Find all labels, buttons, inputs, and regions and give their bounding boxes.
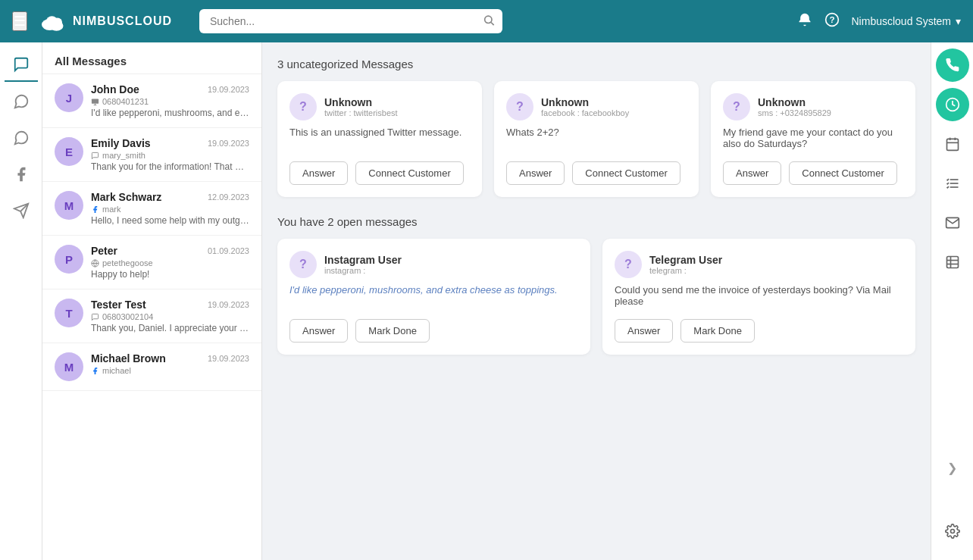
conv-content: Michael Brown 19.09.2023 michael: [91, 352, 249, 377]
calendar-icon[interactable]: [936, 127, 969, 161]
sidebar-item-telegram[interactable]: [5, 194, 38, 227]
conv-content: Emily Davis 19.09.2023 mary_smith Thank …: [91, 137, 249, 172]
uncategorized-cards-row: ? Unknown twitter : twitterisbest This i…: [277, 81, 915, 197]
conv-name: Emily Davis: [91, 137, 151, 149]
sidebar-item-comments[interactable]: [5, 85, 38, 118]
timer-button[interactable]: [936, 88, 969, 121]
open-message-card: ? Telegram User telegram : Could you sen…: [602, 239, 915, 355]
conv-preview: Hello, I need some help with my outgoing…: [91, 215, 249, 226]
uncategorized-title: 3 uncategorized Messages: [277, 58, 915, 70]
card-user-info: Unknown sms : +0324895829: [758, 96, 831, 117]
uncategorized-card: ? Unknown sms : +0324895829 My friend ga…: [711, 81, 915, 197]
conversations-panel: All Messages J John Doe 19.09.2023 06804…: [42, 42, 262, 560]
expand-icon[interactable]: ❯: [943, 451, 962, 484]
conv-channel: mark: [91, 205, 249, 214]
conv-channel: mary_smith: [91, 151, 249, 160]
card-channel: facebook : facebookboy: [541, 108, 629, 117]
card-user-info: Instagram User instagram :: [324, 254, 402, 275]
user-menu[interactable]: Nimbuscloud System ▾: [852, 15, 962, 27]
phone-button[interactable]: [936, 48, 969, 82]
answer-button[interactable]: Answer: [723, 161, 781, 185]
conv-preview: I'd like pepperoni, mushrooms, and extra…: [91, 108, 249, 118]
card-name: Unknown: [541, 96, 629, 108]
mail-icon[interactable]: [936, 206, 969, 239]
card-message: My friend gave me your contact do you al…: [723, 127, 903, 151]
card-channel: telegram :: [649, 266, 722, 275]
conv-content: John Doe 19.09.2023 0680401231 I'd like …: [91, 83, 249, 118]
card-user-info: Unknown twitter : twitterisbest: [324, 96, 398, 117]
svg-rect-16: [946, 139, 958, 150]
card-name: Telegram User: [649, 254, 722, 266]
open-messages-title: You have 2 open messages: [277, 215, 915, 228]
user-name: Nimbuscloud System: [852, 15, 952, 27]
card-name: Unknown: [324, 96, 398, 108]
list-item[interactable]: E Emily Davis 19.09.2023 mary_smith Than…: [42, 128, 261, 182]
mark-done-button[interactable]: Mark Done: [680, 319, 755, 343]
conv-name: Michael Brown: [91, 352, 166, 364]
answer-button[interactable]: Answer: [289, 161, 348, 185]
card-actions: Answer Mark Done: [289, 319, 578, 343]
conv-date: 19.09.2023: [208, 300, 249, 309]
list-item[interactable]: P Peter 01.09.2023 petethegoose Happy to…: [42, 236, 261, 289]
avatar: E: [55, 137, 83, 166]
answer-button[interactable]: Answer: [615, 319, 673, 343]
conv-channel: 06803002104: [91, 312, 249, 321]
conv-content: Peter 01.09.2023 petethegoose Happy to h…: [91, 245, 249, 280]
list-item[interactable]: M Michael Brown 19.09.2023 michael: [42, 343, 261, 391]
card-avatar: ?: [289, 93, 317, 120]
main-content: 3 uncategorized Messages ? Unknown twitt…: [262, 42, 931, 560]
card-header: ? Unknown sms : +0324895829: [723, 93, 903, 120]
sidebar-item-chat[interactable]: [5, 48, 38, 82]
answer-button[interactable]: Answer: [506, 161, 565, 185]
conv-preview: Thank you, Daniel. I appreciate your ass…: [91, 323, 249, 333]
answer-button[interactable]: Answer: [289, 319, 348, 343]
avatar: T: [55, 299, 83, 327]
card-message: Whats 2+2?: [506, 127, 687, 151]
card-channel: twitter : twitterisbest: [324, 108, 398, 117]
card-message: Could you send me the invoice of yesterd…: [615, 284, 903, 308]
connect-customer-button[interactable]: Connect Customer: [789, 161, 896, 185]
card-header: ? Telegram User telegram :: [615, 251, 903, 278]
help-button[interactable]: ?: [824, 12, 840, 31]
menu-button[interactable]: ☰: [12, 11, 27, 31]
settings-icon[interactable]: [936, 515, 969, 548]
card-header: ? Instagram User instagram :: [289, 251, 578, 278]
checklist-icon[interactable]: [936, 167, 969, 200]
conv-preview: Thank you for the information! That work…: [91, 161, 249, 172]
uncategorized-card: ? Unknown facebook : facebookboy Whats 2…: [494, 81, 699, 197]
svg-point-4: [485, 16, 492, 23]
list-item[interactable]: J John Doe 19.09.2023 0680401231 I'd lik…: [42, 74, 261, 128]
card-header: ? Unknown facebook : facebookboy: [506, 93, 687, 120]
svg-line-5: [491, 23, 494, 26]
open-cards-row: ? Instagram User instagram : I'd like pe…: [277, 239, 915, 355]
logo-text: NIMBUSCLOUD: [73, 14, 172, 28]
card-avatar: ?: [615, 251, 642, 278]
logo-icon: [39, 11, 67, 32]
connect-customer-button[interactable]: Connect Customer: [355, 161, 463, 185]
table-icon[interactable]: [936, 246, 969, 279]
search-icon-button[interactable]: [483, 14, 495, 29]
conv-channel: michael: [91, 366, 249, 375]
list-item[interactable]: T Tester Test 19.09.2023 06803002104 Tha…: [42, 289, 261, 343]
search-input[interactable]: [199, 9, 502, 33]
conv-date: 19.09.2023: [208, 85, 249, 94]
sidebar-item-facebook[interactable]: [5, 158, 38, 191]
conv-name: Mark Schwarz: [91, 191, 161, 203]
open-message-card: ? Instagram User instagram : I'd like pe…: [277, 239, 590, 355]
conv-preview: Happy to help!: [91, 269, 249, 280]
sidebar-item-whatsapp[interactable]: [5, 121, 38, 155]
avatar: J: [55, 83, 83, 112]
logo-area: NIMBUSCLOUD: [39, 11, 172, 32]
conv-content: Tester Test 19.09.2023 06803002104 Thank…: [91, 299, 249, 333]
card-avatar: ?: [506, 93, 533, 120]
connect-customer-button[interactable]: Connect Customer: [572, 161, 680, 185]
list-item[interactable]: M Mark Schwarz 12.09.2023 mark Hello, I …: [42, 182, 261, 236]
conv-name: John Doe: [91, 83, 139, 95]
avatar: P: [55, 245, 83, 274]
main-layout: All Messages J John Doe 19.09.2023 06804…: [0, 42, 973, 560]
svg-point-27: [950, 530, 954, 533]
mark-done-button[interactable]: Mark Done: [355, 319, 430, 343]
card-user-info: Unknown facebook : facebookboy: [541, 96, 629, 117]
uncategorized-card: ? Unknown twitter : twitterisbest This i…: [277, 81, 482, 197]
notifications-button[interactable]: [797, 12, 812, 31]
